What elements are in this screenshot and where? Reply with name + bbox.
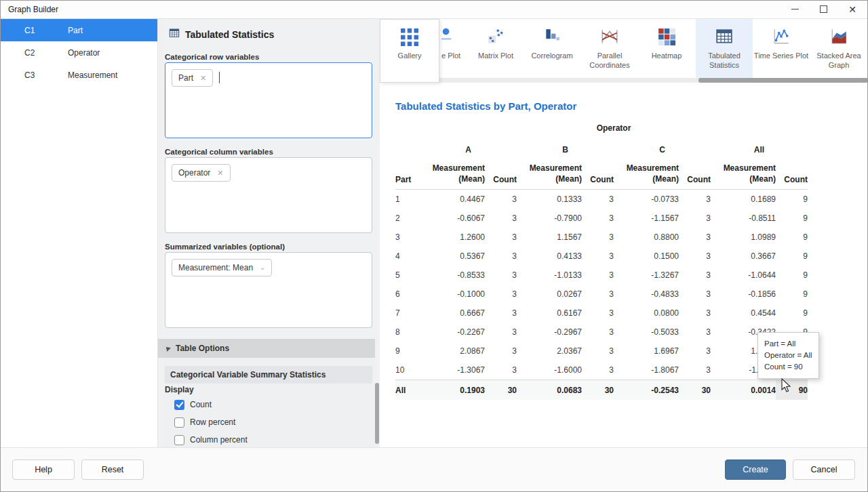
gallery-item-bubble-plot-partial[interactable]: e Plot	[439, 19, 468, 78]
mean-cell[interactable]: 0.0014	[711, 386, 776, 395]
gallery-item-matrix-plot[interactable]: Matrix Plot	[467, 19, 524, 78]
count-cell[interactable]: 3	[485, 213, 517, 223]
mean-cell[interactable]: 1.6967	[614, 346, 679, 356]
count-cell[interactable]: 3	[679, 346, 711, 356]
count-cell[interactable]: 3	[679, 194, 711, 204]
mean-cell[interactable]: -0.8511	[711, 213, 776, 223]
count-cell[interactable]: 3	[485, 346, 517, 356]
gallery-scrollbar-thumb[interactable]	[698, 78, 868, 83]
gallery-item-time-series-plot[interactable]: Time Series Plot	[753, 19, 810, 78]
row-label-cell[interactable]: 8	[395, 327, 420, 337]
mean-cell[interactable]: -1.0133	[517, 270, 582, 280]
count-cell[interactable]: 3	[485, 308, 517, 318]
count-cell[interactable]: 30	[582, 386, 614, 395]
mean-cell[interactable]: -1.6000	[517, 365, 582, 375]
checkbox-row-row-percent[interactable]: Row percent	[174, 413, 248, 431]
count-cell[interactable]: 3	[679, 365, 711, 375]
count-cell[interactable]: 3	[679, 232, 711, 242]
mean-cell[interactable]: 0.1333	[517, 194, 582, 204]
reset-button[interactable]: Reset	[81, 459, 144, 480]
mean-cell[interactable]: -1.1567	[614, 213, 679, 223]
variable-chip-operator[interactable]: Operator✕	[172, 164, 231, 182]
mean-cell[interactable]: 1.0989	[711, 232, 776, 242]
checkbox-checked-icon[interactable]	[174, 400, 184, 410]
count-cell[interactable]: 3	[582, 365, 614, 375]
mean-cell[interactable]: -0.8533	[420, 270, 485, 280]
count-cell[interactable]: 9	[776, 232, 808, 242]
count-cell[interactable]: 3	[582, 308, 614, 318]
sidebar-item-part[interactable]: C1Part	[0, 19, 157, 41]
mean-cell[interactable]: -1.8067	[614, 365, 679, 375]
mean-cell[interactable]: 0.1903	[420, 386, 485, 395]
checkbox-row-column-percent[interactable]: Column percent	[174, 431, 248, 449]
count-cell[interactable]: 3	[485, 327, 517, 337]
checkbox-unchecked-icon[interactable]	[174, 435, 184, 445]
mean-cell[interactable]: -0.2967	[517, 327, 582, 337]
count-cell[interactable]: 3	[582, 327, 614, 337]
count-cell[interactable]: 3	[679, 213, 711, 223]
chevron-down-icon[interactable]: ⌄	[260, 264, 265, 271]
count-cell[interactable]: 3	[582, 346, 614, 356]
count-cell[interactable]: 3	[485, 365, 517, 375]
mean-cell[interactable]: 2.0867	[420, 346, 485, 356]
count-cell[interactable]: 3	[679, 327, 711, 337]
checkbox-unchecked-icon[interactable]	[174, 417, 184, 428]
count-cell[interactable]: 3	[679, 251, 711, 261]
mean-cell[interactable]: -0.0733	[614, 194, 679, 204]
count-cell[interactable]: 30	[679, 386, 711, 395]
create-button[interactable]: Create	[725, 459, 786, 480]
mean-cell[interactable]: 0.6167	[517, 308, 582, 318]
gallery-item-gallery[interactable]: Gallery	[380, 19, 439, 83]
mean-cell[interactable]: 0.6667	[420, 308, 485, 318]
summarized-variables-box[interactable]: Measurement: Mean⌄	[165, 252, 372, 328]
row-label-cell[interactable]: 5	[395, 270, 420, 280]
count-cell[interactable]: 3	[582, 270, 614, 280]
count-cell[interactable]: 3	[582, 194, 614, 204]
sidebar-item-measurement[interactable]: C3Measurement	[0, 64, 157, 86]
count-cell[interactable]: 9	[776, 270, 808, 280]
mean-cell[interactable]: -0.2267	[420, 327, 485, 337]
count-cell[interactable]: 3	[582, 251, 614, 261]
gallery-item-correlogram[interactable]: Correlogram	[524, 19, 580, 78]
count-cell[interactable]: 3	[679, 308, 711, 318]
mean-cell[interactable]: 0.0683	[517, 386, 582, 395]
mean-cell[interactable]: 0.8800	[614, 232, 679, 242]
categorical-row-variables-box[interactable]: Part✕	[165, 62, 372, 138]
mean-cell[interactable]: -0.5033	[614, 327, 679, 337]
gallery-item-heatmap[interactable]: Heatmap	[638, 19, 695, 78]
count-cell[interactable]: 9	[776, 289, 808, 299]
help-button[interactable]: Help	[12, 459, 75, 480]
row-label-cell[interactable]: 6	[395, 289, 420, 299]
minimize-button[interactable]	[785, 0, 805, 18]
gallery-item-tabulated-statistics[interactable]: Tabulated Statistics	[696, 19, 753, 78]
count-cell[interactable]: 3	[485, 232, 517, 242]
mean-cell[interactable]: -0.7900	[517, 213, 582, 223]
categorical-column-variables-box[interactable]: Operator✕	[165, 157, 372, 233]
count-cell[interactable]: 3	[582, 213, 614, 223]
mean-cell[interactable]: 0.4467	[420, 194, 485, 204]
mean-cell[interactable]: 0.1500	[614, 251, 679, 261]
mean-cell[interactable]: 1.2600	[420, 232, 485, 242]
count-cell[interactable]: 3	[679, 270, 711, 280]
row-label-cell[interactable]: 4	[395, 251, 420, 261]
remove-icon[interactable]: ✕	[217, 169, 223, 177]
row-label-cell[interactable]: 10	[395, 365, 420, 375]
mean-cell[interactable]: -0.1856	[711, 289, 776, 299]
gallery-scrollbar-track[interactable]	[439, 78, 868, 83]
count-cell[interactable]: 3	[485, 251, 517, 261]
sidebar-item-operator[interactable]: C2Operator	[0, 41, 157, 64]
remove-icon[interactable]: ✕	[200, 75, 206, 82]
maximize-button[interactable]	[813, 0, 833, 18]
mean-cell[interactable]: -1.0644	[711, 270, 776, 280]
row-label-cell[interactable]: 1	[395, 194, 420, 204]
count-cell[interactable]: 9	[776, 251, 808, 261]
mean-cell[interactable]: 2.0367	[517, 346, 582, 356]
row-label-cell[interactable]: 9	[395, 346, 420, 356]
mean-cell[interactable]: -0.2543	[614, 386, 679, 395]
mean-cell[interactable]: 0.3667	[711, 251, 776, 261]
count-cell[interactable]: 9	[776, 308, 808, 318]
row-label-cell[interactable]: All	[395, 386, 420, 395]
row-label-cell[interactable]: 7	[395, 308, 420, 318]
row-label-cell[interactable]: 3	[395, 232, 420, 242]
panel-scrollbar-thumb[interactable]	[375, 383, 379, 444]
